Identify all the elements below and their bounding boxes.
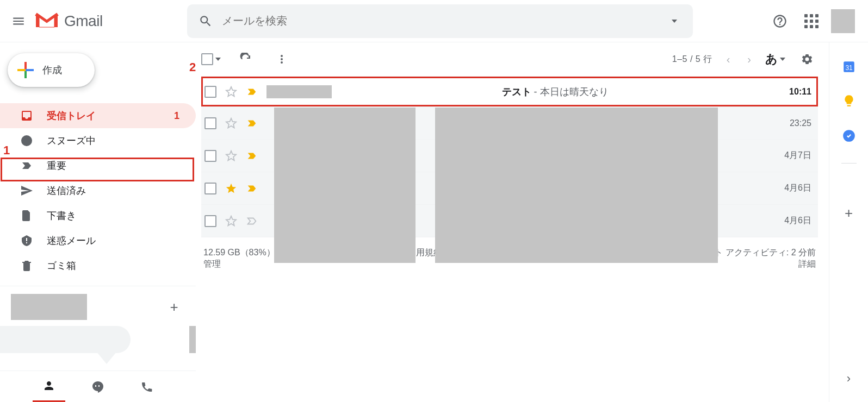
draft-icon [20,209,34,223]
sidebar-item-trash[interactable]: ゴミ箱 [0,253,196,278]
redacted-overlay [274,108,416,263]
toolbar: 1–5 / 5 行 ‹ › あ [201,42,818,76]
sidebar-item-important[interactable]: 重要 [0,153,196,178]
calendar-icon[interactable]: 31 [841,59,857,74]
row-checkbox[interactable] [204,86,216,98]
hangouts-area [0,326,196,359]
select-all-checkbox[interactable] [201,53,221,65]
contacts-tab[interactable] [33,371,65,402]
redacted-overlay [435,108,718,263]
main: 1–5 / 5 行 ‹ › あ [196,42,829,402]
row-checkbox[interactable] [204,150,216,162]
chevron-down-icon [215,58,221,61]
mail-time: 4月6日 [773,183,811,194]
sidebar-item-sent[interactable]: 送信済み [0,178,196,203]
search-icon[interactable] [195,10,216,32]
gmail-logo[interactable]: Gmail [35,11,176,31]
inbox-count: 1 [174,110,179,122]
clock-icon [20,134,34,148]
tasks-icon[interactable] [841,128,857,143]
sidebar-item-spam[interactable]: 迷惑メール [0,228,196,253]
page-count: 1–5 / 5 行 [672,54,712,65]
sidebar-item-label: 重要 [47,159,66,172]
prev-page-icon[interactable]: ‹ [723,53,734,66]
compose-button[interactable]: 作成 [8,53,95,87]
chat-bubble-icon [0,326,131,353]
sidebar-item-inbox[interactable]: 受信トレイ 1 [0,103,196,128]
mail-subject-snippet: テスト - 本日は晴天なり [332,85,778,98]
important-marker-icon[interactable] [245,149,259,163]
trash-icon [20,259,34,273]
spam-icon [20,234,34,248]
row-checkbox[interactable] [204,183,216,194]
search-input[interactable] [216,15,664,27]
gmail-m-icon [35,11,59,31]
sidebar-item-label: 受信トレイ [47,109,96,122]
next-page-icon[interactable]: › [744,53,754,66]
chevron-down-icon [780,58,785,61]
add-label-icon[interactable]: + [163,299,185,316]
keep-icon[interactable] [841,93,857,109]
search-bar [187,4,693,38]
phone-tab[interactable] [131,371,163,402]
hangouts-tab[interactable] [82,371,114,402]
sidebar-lower: + [0,290,196,324]
collapse-rail-icon[interactable]: › [847,372,851,386]
important-marker-icon[interactable] [245,214,259,228]
important-icon [20,159,34,173]
star-icon[interactable] [224,149,238,163]
scroll-handle[interactable] [189,326,196,353]
star-icon[interactable] [224,85,238,99]
sidebar-item-drafts[interactable]: 下書き [0,203,196,228]
plus-icon [17,62,34,78]
mail-row[interactable]: テスト - 本日は晴天なり 10:11 2 [201,77,818,107]
row-checkbox[interactable] [204,117,216,129]
row-checkbox[interactable] [204,215,216,227]
svg-text:31: 31 [845,64,853,72]
sidebar-item-label: ゴミ箱 [47,259,76,272]
sidebar-label-block[interactable] [11,294,87,320]
sidebar-item-label: 下書き [47,209,76,222]
star-icon[interactable] [224,214,238,228]
menu-icon[interactable] [5,8,32,34]
mail-time: 4月6日 [773,215,811,227]
sent-icon [20,184,34,198]
compose-label: 作成 [42,64,62,77]
mail-time: 10:11 [778,87,811,97]
sidebar-item-snoozed[interactable]: スヌーズ中 [0,128,196,153]
addons-plus-icon[interactable]: + [845,205,853,222]
sidebar-footer [0,370,196,402]
sidebar-item-label: 送信済み [47,184,86,197]
mail-list: テスト - 本日は晴天なり 10:11 2 23:25 [201,76,818,237]
settings-icon[interactable] [796,48,818,70]
important-marker-icon[interactable] [245,116,259,130]
sidebar-item-label: スヌーズ中 [47,134,96,147]
search-options-icon[interactable] [664,10,685,32]
help-icon[interactable] [768,9,792,33]
sidebar-item-label: 迷惑メール [47,234,96,247]
more-icon[interactable] [271,48,293,70]
star-icon[interactable] [224,116,238,130]
sender-redacted [266,85,332,98]
gmail-logo-text: Gmail [64,12,103,30]
header: Gmail [0,0,868,42]
important-marker-icon[interactable] [245,85,259,99]
mail-time: 4月7日 [773,150,811,161]
refresh-icon[interactable] [235,48,257,70]
inbox-icon [20,109,34,123]
mail-time: 23:25 [779,118,811,128]
apps-icon[interactable] [799,9,823,33]
right-rail: 31 + › [829,42,868,402]
sidebar: 作成 受信トレイ 1 スヌーズ中 重要 [0,42,196,402]
important-marker-icon[interactable] [245,181,259,196]
input-method-toggle[interactable]: あ [765,51,785,67]
star-icon[interactable] [224,181,238,196]
avatar[interactable] [831,9,855,33]
